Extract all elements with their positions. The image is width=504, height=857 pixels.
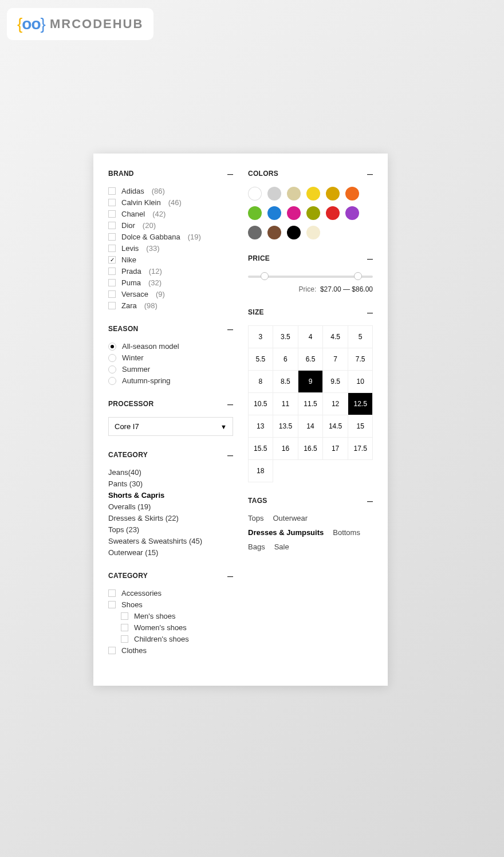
slider-thumb-max[interactable] xyxy=(354,272,362,280)
tree-item[interactable]: Men's shoes xyxy=(121,612,233,620)
size-cell[interactable]: 14 xyxy=(298,415,324,438)
season-item[interactable]: All-season model xyxy=(108,342,233,351)
checkbox-icon[interactable] xyxy=(121,624,128,631)
collapse-icon[interactable]: – xyxy=(227,324,233,334)
color-swatch[interactable] xyxy=(287,206,301,220)
size-cell[interactable]: 17 xyxy=(322,437,348,460)
size-cell[interactable]: 11 xyxy=(273,392,298,415)
radio-icon[interactable] xyxy=(108,343,116,351)
season-item[interactable]: Summer xyxy=(108,365,233,374)
color-swatch[interactable] xyxy=(267,206,281,220)
radio-icon[interactable] xyxy=(108,365,116,374)
color-swatch[interactable] xyxy=(326,206,340,220)
category-item[interactable]: Tops (23) xyxy=(108,525,233,534)
collapse-icon[interactable]: – xyxy=(367,496,373,506)
category-item[interactable]: Overalls (19) xyxy=(108,502,233,511)
size-cell[interactable]: 16 xyxy=(273,437,298,460)
size-cell[interactable]: 7.5 xyxy=(348,348,373,371)
size-cell[interactable]: 12 xyxy=(322,392,348,415)
size-cell[interactable]: 4.5 xyxy=(322,325,348,348)
size-cell[interactable]: 13.5 xyxy=(273,415,298,438)
color-swatch[interactable] xyxy=(306,206,320,220)
size-cell[interactable]: 8.5 xyxy=(273,370,298,393)
collapse-icon[interactable]: – xyxy=(227,168,233,179)
tree-item[interactable]: Children's shoes xyxy=(121,635,233,643)
size-cell[interactable]: 3 xyxy=(248,325,274,348)
checkbox-icon[interactable] xyxy=(108,222,116,229)
size-cell[interactable]: 11.5 xyxy=(298,392,324,415)
brand-item[interactable]: Puma(32) xyxy=(108,278,233,287)
color-swatch[interactable] xyxy=(306,226,320,239)
tree-item[interactable]: Women's shoes xyxy=(121,623,233,632)
size-cell[interactable]: 15 xyxy=(348,415,373,438)
tag[interactable]: Bottoms xyxy=(333,528,360,537)
size-cell[interactable]: 6.5 xyxy=(298,348,324,371)
checkbox-icon[interactable] xyxy=(108,589,116,597)
tag[interactable]: Outerwear xyxy=(273,514,308,522)
color-swatch[interactable] xyxy=(267,187,281,201)
size-cell[interactable]: 13 xyxy=(248,415,274,438)
checkbox-icon[interactable] xyxy=(108,210,116,218)
category-item[interactable]: Pants (30) xyxy=(108,479,233,488)
brand-item[interactable]: Calvin Klein(46) xyxy=(108,198,233,207)
size-cell[interactable]: 10.5 xyxy=(248,392,274,415)
brand-item[interactable]: Chanel(42) xyxy=(108,210,233,218)
category-item[interactable]: Dresses & Skirts (22) xyxy=(108,514,233,522)
price-slider[interactable] xyxy=(248,272,373,282)
collapse-icon[interactable]: – xyxy=(367,307,373,317)
category-item[interactable]: Sweaters & Sweatshirts (45) xyxy=(108,537,233,545)
size-cell[interactable]: 12.5 xyxy=(348,392,373,415)
size-cell[interactable]: 4 xyxy=(298,325,324,348)
brand-item[interactable]: Levis(33) xyxy=(108,244,233,253)
tag[interactable]: Tops xyxy=(248,514,263,522)
brand-item[interactable]: Dolce & Gabbana(19) xyxy=(108,233,233,241)
size-cell[interactable]: 5 xyxy=(348,325,373,348)
checkbox-icon[interactable] xyxy=(121,612,128,620)
processor-select[interactable]: Core I7 ▼ xyxy=(108,417,233,436)
radio-icon[interactable] xyxy=(108,377,116,385)
radio-icon[interactable] xyxy=(108,354,116,362)
color-swatch[interactable] xyxy=(248,226,262,239)
checkbox-icon[interactable] xyxy=(121,635,128,643)
color-swatch[interactable] xyxy=(267,226,281,239)
size-cell[interactable]: 7 xyxy=(322,348,348,371)
color-swatch[interactable] xyxy=(306,187,320,201)
color-swatch[interactable] xyxy=(345,187,359,201)
collapse-icon[interactable]: – xyxy=(227,450,233,460)
category-item[interactable]: Outerwear (15) xyxy=(108,548,233,557)
brand-item[interactable]: Prada(12) xyxy=(108,267,233,276)
color-swatch[interactable] xyxy=(345,206,359,220)
checkbox-icon[interactable] xyxy=(108,601,116,608)
collapse-icon[interactable]: – xyxy=(367,168,373,179)
checkbox-icon[interactable] xyxy=(108,187,116,195)
size-cell[interactable]: 15.5 xyxy=(248,437,274,460)
tag[interactable]: Sale xyxy=(274,542,289,551)
size-cell[interactable]: 16.5 xyxy=(298,437,324,460)
brand-item[interactable]: Versace(9) xyxy=(108,290,233,298)
checkbox-icon[interactable] xyxy=(108,279,116,286)
category-item[interactable]: Jeans(40) xyxy=(108,468,233,477)
checkbox-icon[interactable] xyxy=(108,302,116,309)
size-cell[interactable]: 8 xyxy=(248,370,274,393)
color-swatch[interactable] xyxy=(248,206,262,220)
slider-thumb-min[interactable] xyxy=(261,272,269,280)
season-item[interactable]: Winter xyxy=(108,353,233,362)
tag[interactable]: Dresses & Jumpsuits xyxy=(248,528,324,537)
brand-item[interactable]: Adidas(86) xyxy=(108,187,233,195)
category-item[interactable]: Shorts & Capris xyxy=(108,491,233,500)
size-cell[interactable]: 10 xyxy=(348,370,373,393)
size-cell[interactable]: 14.5 xyxy=(322,415,348,438)
color-swatch[interactable] xyxy=(287,226,301,239)
color-swatch[interactable] xyxy=(248,187,262,201)
tree-item[interactable]: Accessories xyxy=(108,589,233,597)
size-cell[interactable]: 6 xyxy=(273,348,298,371)
checkbox-icon[interactable] xyxy=(108,290,116,298)
color-swatch[interactable] xyxy=(326,187,340,201)
checkbox-icon[interactable] xyxy=(108,245,116,252)
checkbox-icon[interactable] xyxy=(108,233,116,241)
checkbox-icon[interactable] xyxy=(108,199,116,206)
size-cell[interactable]: 3.5 xyxy=(273,325,298,348)
size-cell[interactable]: 17.5 xyxy=(348,437,373,460)
size-cell[interactable]: 9.5 xyxy=(322,370,348,393)
collapse-icon[interactable]: – xyxy=(227,571,233,581)
